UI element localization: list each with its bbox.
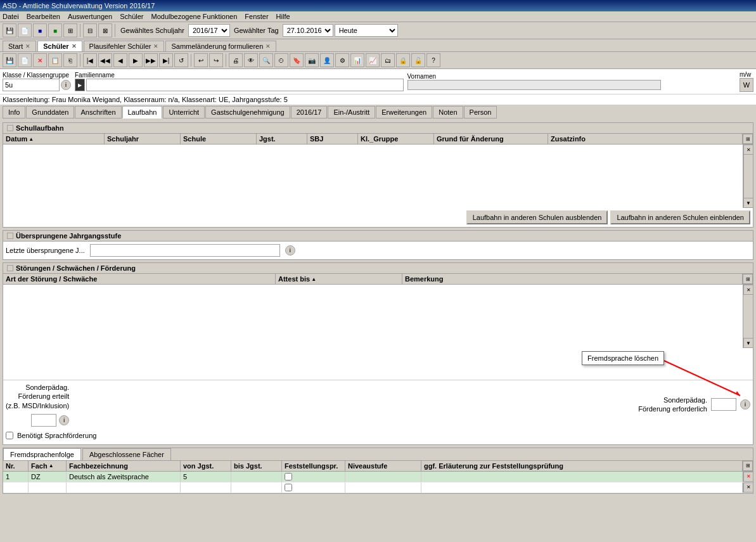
tab-plausifehler-close[interactable]: ✕ xyxy=(153,43,158,49)
nav-btn5[interactable]: ⎗ xyxy=(63,53,77,67)
btn-ausblenden[interactable]: Laufbahn in anderen Schulen ausblenden xyxy=(466,210,608,224)
nav-save[interactable]: 💾 xyxy=(3,53,16,67)
nav-btn-extra6[interactable]: 🔓 xyxy=(411,53,425,67)
nav-last[interactable]: ▶| xyxy=(159,53,173,67)
menu-auswertungen[interactable]: Auswertungen xyxy=(68,13,112,20)
col-datum[interactable]: Datum ▲ xyxy=(3,134,105,144)
sonderpaed-erteilt-info[interactable]: i xyxy=(59,415,69,425)
tab-start[interactable]: Start ✕ xyxy=(3,41,36,51)
col-zusatzinfo[interactable]: Zusatzinfo xyxy=(548,134,743,144)
toolbar-btn-7[interactable]: ⊠ xyxy=(98,23,112,37)
grid-close-btn[interactable]: ✕ xyxy=(743,145,753,155)
nav-tab-grunddaten[interactable]: Grunddaten xyxy=(26,106,74,119)
stoerungen-scrollbar[interactable] xyxy=(743,295,753,338)
stoerungen-scrollbar-down[interactable]: ▼ xyxy=(743,338,753,348)
col-grund[interactable]: Grund für Änderung xyxy=(434,134,548,144)
nav-btn-extra5[interactable]: 🔒 xyxy=(396,53,410,67)
nav-user[interactable]: 👤 xyxy=(320,53,334,67)
stoerungen-close-btn[interactable]: ✕ xyxy=(743,285,753,295)
nav-search[interactable]: 🔍 xyxy=(259,53,273,67)
toolbar-btn-5[interactable]: ⊞ xyxy=(63,23,77,37)
toolbar-btn-4[interactable]: ■ xyxy=(48,23,62,37)
sonderpaed-erteilt-input[interactable] xyxy=(31,414,56,427)
nav-tab-einaustritt[interactable]: Ein-/Austritt xyxy=(328,106,375,119)
nav-back[interactable]: ◀ xyxy=(113,53,127,67)
fsp-col-von[interactable]: von Jgst. xyxy=(181,461,231,471)
col-klgruppe[interactable]: Kl._Gruppe xyxy=(358,134,434,144)
nav-copy[interactable]: 📋 xyxy=(48,53,62,67)
schuljahr-select[interactable]: 2016/17 xyxy=(188,24,230,37)
nav-refresh[interactable]: ↺ xyxy=(174,53,188,67)
nav-delete[interactable]: ✕ xyxy=(33,53,47,67)
nav-tab-anschriften[interactable]: Anschriften xyxy=(75,106,121,119)
klasse-input[interactable] xyxy=(3,79,60,91)
nav-print[interactable]: 🖨 xyxy=(229,53,243,67)
col-jgst[interactable]: Jgst. xyxy=(257,134,307,144)
tag-select[interactable]: 27.10.2016 xyxy=(283,24,333,37)
menu-fenster[interactable]: Fenster xyxy=(245,13,268,20)
nav-first[interactable]: |◀ xyxy=(83,53,97,67)
letzte-input[interactable] xyxy=(90,244,280,257)
tab-sammelaenderung[interactable]: Sammeländerung formulieren ✕ xyxy=(165,41,276,51)
familienname-input[interactable] xyxy=(86,79,404,91)
col-schule[interactable]: Schule xyxy=(181,134,257,144)
stoerungen-expand-btn[interactable]: ⊞ xyxy=(743,274,753,284)
fsp-col-bis[interactable]: bis Jgst. xyxy=(231,461,282,471)
nav-forward[interactable]: ▶ xyxy=(129,53,143,67)
tab-plausifehler[interactable]: Plausifehler Schüler ✕ xyxy=(84,41,165,51)
tab-sammelaenderung-close[interactable]: ✕ xyxy=(266,43,271,49)
menu-modulbezogene[interactable]: Modulbezogene Funktionen xyxy=(151,13,238,20)
nav-tab-erweiterungen[interactable]: Erweiterungen xyxy=(376,106,432,119)
nav-tab-noten[interactable]: Noten xyxy=(433,106,463,119)
sonderpaed-erforderlich-info[interactable]: i xyxy=(740,399,750,410)
nav-tab-unterricht[interactable]: Unterricht xyxy=(163,106,205,119)
fsp-delete-1[interactable]: ✕ xyxy=(743,472,753,482)
letzte-info-btn[interactable]: i xyxy=(285,245,295,255)
col-schuljahr[interactable]: Schuljahr xyxy=(105,134,181,144)
btn-einblenden[interactable]: Laufbahn in anderen Schulen einblenden xyxy=(610,210,750,224)
nav-btn-extra4[interactable]: 🗂 xyxy=(381,53,395,67)
fsp-col-bezeichnung[interactable]: Fachbezeichnung xyxy=(67,461,181,471)
menu-datei[interactable]: Datei xyxy=(3,13,19,20)
nav-bookmark[interactable]: 🔖 xyxy=(290,53,304,67)
nav-redo[interactable]: ↪ xyxy=(209,53,223,67)
nav-next[interactable]: ▶▶ xyxy=(144,53,158,67)
nav-help[interactable]: ? xyxy=(426,53,440,67)
col-bemerkung[interactable]: Bemerkung xyxy=(402,274,743,284)
tab-fremdsprachen[interactable]: Fremdsprachenfolge xyxy=(3,448,81,460)
fsp-col-nr[interactable]: Nr. xyxy=(3,461,29,471)
vornamen-input[interactable] xyxy=(407,80,661,90)
nav-btn-extra1[interactable]: ⚙ xyxy=(335,53,349,67)
nav-tab-info[interactable]: Info xyxy=(3,106,25,119)
col-sbj[interactable]: SBJ xyxy=(307,134,358,144)
toolbar-btn-2[interactable]: 📄 xyxy=(18,23,32,37)
menu-hilfe[interactable]: Hilfe xyxy=(276,13,290,20)
col-stoerung[interactable]: Art der Störung / Schwäche xyxy=(3,274,276,284)
grid-expand-btn[interactable]: ⊞ xyxy=(743,134,753,144)
fsp-col-erlaeuterung[interactable]: ggf. Erläuterung zur Feststellungsprüfun… xyxy=(421,461,743,471)
fsp-checkbox-2[interactable] xyxy=(285,484,292,491)
toolbar-btn-6[interactable]: ⊟ xyxy=(83,23,97,37)
menu-bearbeiten[interactable]: Bearbeiten xyxy=(27,13,60,20)
nav-tab-laufbahn[interactable]: Laufbahn xyxy=(122,106,163,119)
tab-schueler[interactable]: Schüler ✕ xyxy=(37,41,82,51)
fsp-col-fach[interactable]: Fach ▲ xyxy=(29,461,67,471)
sonderpaed-erforderlich-input[interactable] xyxy=(711,398,736,411)
fsp-expand-btn[interactable]: ⊞ xyxy=(743,461,753,471)
scrollbar-down[interactable]: ▼ xyxy=(743,198,753,208)
heute-select[interactable]: Heute xyxy=(335,24,398,37)
fsp-col-feststellung[interactable]: Feststellungspr. xyxy=(282,461,345,471)
nav-undo[interactable]: ↩ xyxy=(194,53,208,67)
nav-tab-person[interactable]: Person xyxy=(464,106,497,119)
nav-tab-2016[interactable]: 2016/17 xyxy=(291,106,328,119)
tab-start-close[interactable]: ✕ xyxy=(25,43,30,49)
klasse-info-btn[interactable]: i xyxy=(61,80,71,90)
mw-button[interactable]: W xyxy=(740,78,753,92)
tab-abgeschlossene[interactable]: Abgeschlossene Fächer xyxy=(82,448,171,460)
toolbar-btn-3[interactable]: ■ xyxy=(33,23,47,37)
schullaufbahn-empty-area[interactable] xyxy=(3,145,743,208)
nav-photo[interactable]: 📷 xyxy=(305,53,319,67)
fsp-col-niveau[interactable]: Niveaustufe xyxy=(345,461,421,471)
col-attest[interactable]: Attest bis ▲ xyxy=(276,274,402,284)
nav-btn-extra2[interactable]: 📊 xyxy=(350,53,364,67)
